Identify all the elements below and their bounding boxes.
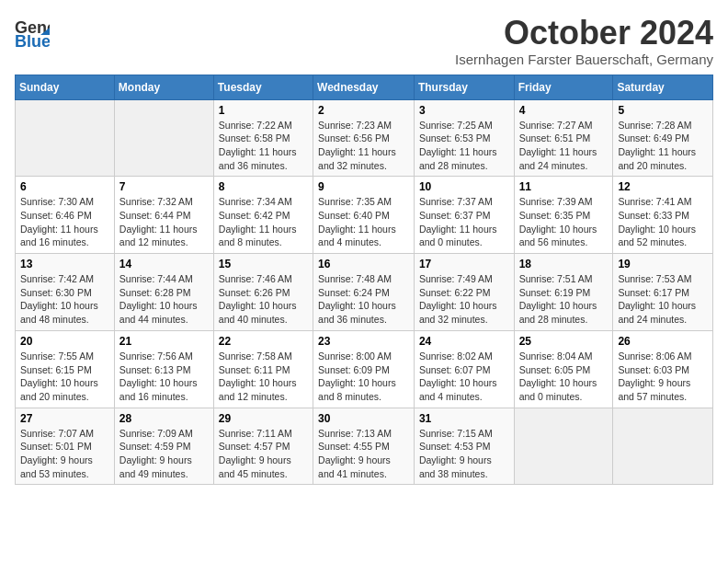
day-number: 22	[219, 335, 308, 348]
table-row: 17Sunrise: 7:49 AMSunset: 6:22 PMDayligh…	[414, 254, 514, 331]
table-row: 26Sunrise: 8:06 AMSunset: 6:03 PMDayligh…	[613, 330, 713, 408]
day-number: 5	[618, 104, 708, 117]
svg-text:Blue: Blue	[15, 32, 50, 50]
day-info: Sunrise: 7:09 AMSunset: 4:59 PMDaylight:…	[119, 427, 209, 481]
table-row: 7Sunrise: 7:32 AMSunset: 6:44 PMDaylight…	[114, 177, 213, 254]
day-number: 3	[419, 104, 509, 117]
day-info: Sunrise: 7:44 AMSunset: 6:28 PMDaylight:…	[119, 272, 209, 327]
table-row: 8Sunrise: 7:34 AMSunset: 6:42 PMDaylight…	[213, 177, 313, 254]
week-row-5: 27Sunrise: 7:07 AMSunset: 5:01 PMDayligh…	[16, 408, 713, 485]
header-wednesday: Wednesday	[313, 75, 415, 99]
day-info: Sunrise: 8:04 AMSunset: 6:05 PMDaylight:…	[519, 350, 609, 404]
day-number: 1	[219, 104, 308, 117]
logo-icon: General Blue	[15, 15, 50, 50]
day-number: 14	[119, 258, 209, 270]
day-number: 29	[219, 412, 308, 425]
table-row: 16Sunrise: 7:48 AMSunset: 6:24 PMDayligh…	[313, 254, 415, 331]
day-info: Sunrise: 7:34 AMSunset: 6:42 PMDaylight:…	[219, 195, 308, 249]
day-number: 2	[318, 104, 409, 117]
day-info: Sunrise: 7:51 AMSunset: 6:19 PMDaylight:…	[519, 272, 609, 327]
day-number: 17	[419, 258, 509, 270]
day-number: 16	[318, 258, 409, 270]
day-number: 4	[519, 104, 609, 117]
day-info: Sunrise: 7:41 AMSunset: 6:33 PMDaylight:…	[618, 195, 708, 249]
table-row: 18Sunrise: 7:51 AMSunset: 6:19 PMDayligh…	[514, 254, 613, 331]
day-number: 12	[618, 180, 708, 193]
table-row: 29Sunrise: 7:11 AMSunset: 4:57 PMDayligh…	[213, 408, 313, 485]
header-friday: Friday	[514, 75, 613, 99]
day-info: Sunrise: 7:55 AMSunset: 6:15 PMDaylight:…	[20, 350, 109, 404]
day-number: 24	[419, 335, 509, 348]
day-info: Sunrise: 7:37 AMSunset: 6:37 PMDaylight:…	[419, 195, 509, 249]
day-number: 7	[119, 180, 209, 193]
day-info: Sunrise: 8:02 AMSunset: 6:07 PMDaylight:…	[419, 350, 509, 404]
page-header: General Blue October 2024 Isernhagen Far…	[15, 15, 713, 67]
day-number: 27	[20, 412, 109, 425]
day-number: 9	[318, 180, 409, 193]
day-number: 28	[119, 412, 209, 425]
day-number: 13	[20, 258, 109, 270]
table-row	[613, 408, 713, 485]
day-number: 19	[618, 258, 708, 270]
table-row: 15Sunrise: 7:46 AMSunset: 6:26 PMDayligh…	[213, 254, 313, 331]
day-number: 20	[20, 335, 109, 348]
day-info: Sunrise: 7:46 AMSunset: 6:26 PMDaylight:…	[219, 272, 308, 327]
day-info: Sunrise: 7:42 AMSunset: 6:30 PMDaylight:…	[20, 272, 109, 327]
day-number: 8	[219, 180, 308, 193]
header-monday: Monday	[114, 75, 213, 99]
table-row: 14Sunrise: 7:44 AMSunset: 6:28 PMDayligh…	[114, 254, 213, 331]
logo: General Blue	[15, 15, 50, 50]
table-row	[16, 99, 115, 177]
table-row: 22Sunrise: 7:58 AMSunset: 6:11 PMDayligh…	[213, 330, 313, 408]
header-tuesday: Tuesday	[213, 75, 313, 99]
month-title: October 2024	[455, 15, 713, 52]
table-row: 30Sunrise: 7:13 AMSunset: 4:55 PMDayligh…	[313, 408, 415, 485]
table-row: 23Sunrise: 8:00 AMSunset: 6:09 PMDayligh…	[313, 330, 415, 408]
day-info: Sunrise: 7:11 AMSunset: 4:57 PMDaylight:…	[219, 427, 308, 481]
table-row: 21Sunrise: 7:56 AMSunset: 6:13 PMDayligh…	[114, 330, 213, 408]
table-row: 12Sunrise: 7:41 AMSunset: 6:33 PMDayligh…	[613, 177, 713, 254]
day-info: Sunrise: 7:28 AMSunset: 6:49 PMDaylight:…	[618, 119, 708, 173]
header-sunday: Sunday	[16, 75, 115, 99]
table-row: 5Sunrise: 7:28 AMSunset: 6:49 PMDaylight…	[613, 99, 713, 177]
day-info: Sunrise: 7:32 AMSunset: 6:44 PMDaylight:…	[119, 195, 209, 249]
subtitle: Isernhagen Farster Bauerschaft, Germany	[455, 52, 713, 67]
day-info: Sunrise: 7:13 AMSunset: 4:55 PMDaylight:…	[318, 427, 409, 481]
week-row-1: 1Sunrise: 7:22 AMSunset: 6:58 PMDaylight…	[16, 99, 713, 177]
table-row: 10Sunrise: 7:37 AMSunset: 6:37 PMDayligh…	[414, 177, 514, 254]
table-row	[114, 99, 213, 177]
table-row: 25Sunrise: 8:04 AMSunset: 6:05 PMDayligh…	[514, 330, 613, 408]
day-number: 11	[519, 180, 609, 193]
day-info: Sunrise: 7:58 AMSunset: 6:11 PMDaylight:…	[219, 350, 308, 404]
table-row: 9Sunrise: 7:35 AMSunset: 6:40 PMDaylight…	[313, 177, 415, 254]
table-row: 24Sunrise: 8:02 AMSunset: 6:07 PMDayligh…	[414, 330, 514, 408]
calendar-table: Sunday Monday Tuesday Wednesday Thursday…	[15, 75, 713, 486]
table-row: 1Sunrise: 7:22 AMSunset: 6:58 PMDaylight…	[213, 99, 313, 177]
day-info: Sunrise: 8:06 AMSunset: 6:03 PMDaylight:…	[618, 350, 708, 404]
day-info: Sunrise: 7:49 AMSunset: 6:22 PMDaylight:…	[419, 272, 509, 327]
day-number: 6	[20, 180, 109, 193]
table-row: 31Sunrise: 7:15 AMSunset: 4:53 PMDayligh…	[414, 408, 514, 485]
week-row-2: 6Sunrise: 7:30 AMSunset: 6:46 PMDaylight…	[16, 177, 713, 254]
table-row: 28Sunrise: 7:09 AMSunset: 4:59 PMDayligh…	[114, 408, 213, 485]
table-row: 27Sunrise: 7:07 AMSunset: 5:01 PMDayligh…	[16, 408, 115, 485]
day-info: Sunrise: 7:23 AMSunset: 6:56 PMDaylight:…	[318, 119, 409, 173]
day-info: Sunrise: 8:00 AMSunset: 6:09 PMDaylight:…	[318, 350, 409, 404]
day-number: 15	[219, 258, 308, 270]
table-row: 6Sunrise: 7:30 AMSunset: 6:46 PMDaylight…	[16, 177, 115, 254]
table-row: 11Sunrise: 7:39 AMSunset: 6:35 PMDayligh…	[514, 177, 613, 254]
day-number: 30	[318, 412, 409, 425]
table-row	[514, 408, 613, 485]
table-row: 20Sunrise: 7:55 AMSunset: 6:15 PMDayligh…	[16, 330, 115, 408]
title-area: October 2024 Isernhagen Farster Bauersch…	[455, 15, 713, 67]
day-number: 26	[618, 335, 708, 348]
week-row-4: 20Sunrise: 7:55 AMSunset: 6:15 PMDayligh…	[16, 330, 713, 408]
day-info: Sunrise: 7:27 AMSunset: 6:51 PMDaylight:…	[519, 119, 609, 173]
table-row: 19Sunrise: 7:53 AMSunset: 6:17 PMDayligh…	[613, 254, 713, 331]
day-number: 25	[519, 335, 609, 348]
calendar-header-row: Sunday Monday Tuesday Wednesday Thursday…	[16, 75, 713, 99]
table-row: 13Sunrise: 7:42 AMSunset: 6:30 PMDayligh…	[16, 254, 115, 331]
table-row: 3Sunrise: 7:25 AMSunset: 6:53 PMDaylight…	[414, 99, 514, 177]
day-info: Sunrise: 7:07 AMSunset: 5:01 PMDaylight:…	[20, 427, 109, 481]
header-saturday: Saturday	[613, 75, 713, 99]
